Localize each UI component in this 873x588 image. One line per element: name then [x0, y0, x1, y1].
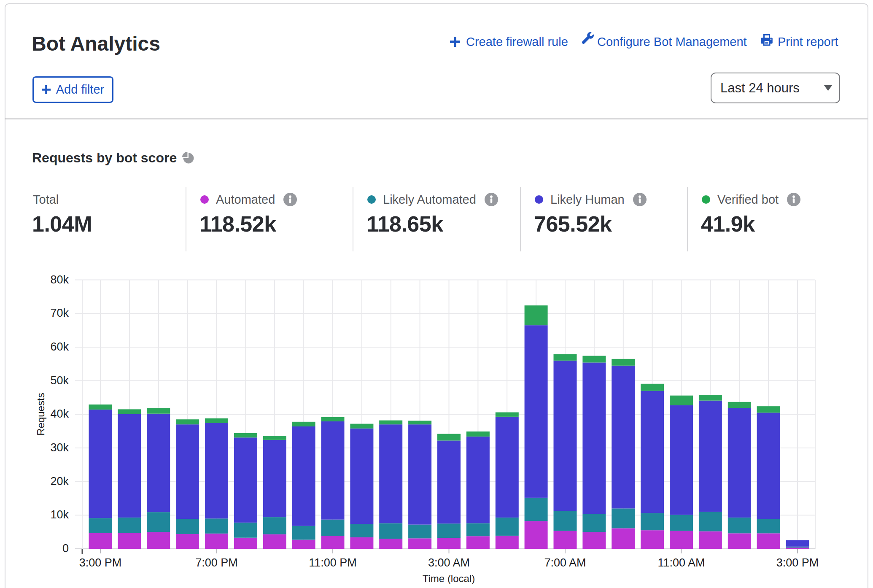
svg-text:30k: 30k	[50, 441, 69, 454]
svg-text:7:00 PM: 7:00 PM	[195, 556, 238, 569]
svg-text:70k: 70k	[50, 307, 69, 319]
svg-text:Time (local): Time (local)	[423, 573, 475, 584]
svg-text:0: 0	[62, 542, 69, 555]
svg-text:7:00 AM: 7:00 AM	[544, 556, 586, 569]
svg-text:20k: 20k	[50, 475, 69, 488]
svg-text:40k: 40k	[50, 407, 69, 420]
svg-text:Requests: Requests	[35, 393, 46, 435]
svg-text:80k: 80k	[50, 273, 69, 286]
svg-text:60k: 60k	[50, 340, 69, 353]
svg-text:11:00 AM: 11:00 AM	[657, 556, 705, 569]
svg-text:3:00 AM: 3:00 AM	[428, 556, 470, 569]
svg-text:3:00 PM: 3:00 PM	[776, 556, 819, 569]
svg-text:11:00 PM: 11:00 PM	[309, 556, 357, 569]
svg-text:3:00 PM: 3:00 PM	[79, 556, 122, 569]
svg-text:10k: 10k	[50, 508, 69, 521]
svg-text:50k: 50k	[50, 374, 69, 387]
